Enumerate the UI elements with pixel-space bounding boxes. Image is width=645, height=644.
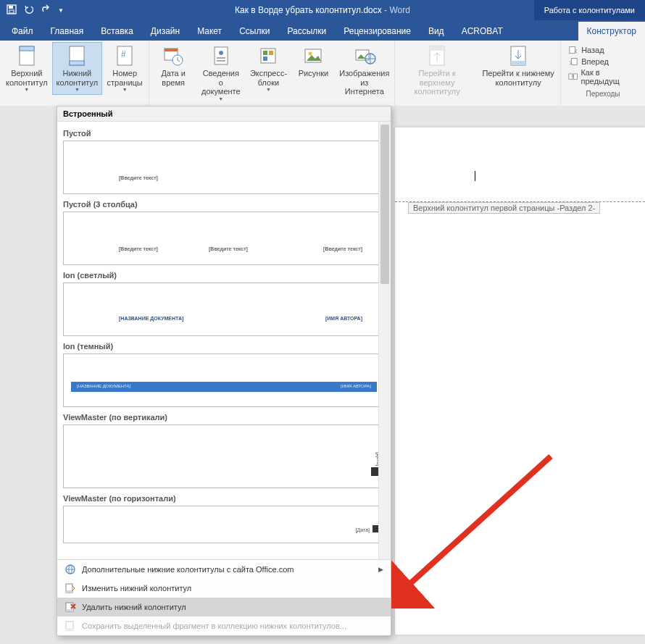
svg-rect-19 bbox=[263, 57, 267, 61]
save-icon[interactable] bbox=[6, 4, 17, 17]
quick-parts-button[interactable]: Экспресс- блоки▼ bbox=[246, 42, 291, 104]
gallery-item-blank-label: Пустой bbox=[63, 129, 385, 138]
svg-rect-2 bbox=[9, 10, 14, 13]
svg-rect-1 bbox=[9, 6, 13, 9]
gallery-section-header: Встроенный bbox=[57, 106, 391, 122]
tab-file[interactable]: Файл bbox=[3, 22, 42, 41]
gallery-item-ion-dark[interactable]: [НАЗВАНИЕ ДОКУМЕНТА] [ИМЯ АВТОРА] bbox=[63, 354, 385, 407]
nav-link-previous-button[interactable]: Как в предыдущ bbox=[568, 68, 638, 85]
title-bar: ▼ Как в Ворде убрать колонтитул.docx - W… bbox=[0, 0, 645, 20]
tab-home[interactable]: Главная bbox=[42, 22, 93, 41]
gallery-footer-menu: Дополнительные нижние колонтитулы с сайт… bbox=[57, 559, 391, 635]
scrollbar-thumb[interactable] bbox=[380, 125, 389, 284]
menu-edit-footer[interactable]: Изменить нижний колонтитул bbox=[57, 579, 391, 598]
svg-rect-10 bbox=[165, 49, 178, 51]
gallery-scrollbar[interactable] bbox=[378, 122, 391, 559]
gallery-item-ion-light[interactable]: [НАЗВАНИЕ ДОКУМЕНТА] [ИМЯ АВТОРА] bbox=[63, 283, 385, 336]
tab-acrobat[interactable]: ACROBAT bbox=[453, 22, 512, 41]
gallery-item-blank3[interactable]: [Введите текст] [Введите текст] [Введите… bbox=[63, 212, 385, 265]
header-section-tag: Верхний колонтитул первой страницы -Разд… bbox=[408, 202, 600, 214]
gallery-item-vm-v[interactable]: [Дата] 1 bbox=[63, 425, 385, 488]
gallery-item-blank3-label: Пустой (3 столбца) bbox=[63, 200, 385, 209]
svg-point-21 bbox=[309, 52, 312, 56]
svg-rect-6 bbox=[70, 61, 84, 65]
svg-point-13 bbox=[219, 51, 223, 55]
ribbon: Верхний колонтитул▼ Нижний колонтитул▼ #… bbox=[0, 41, 645, 106]
app-name: Word bbox=[389, 5, 409, 15]
menu-remove-footer[interactable]: Удалить нижний колонтитул bbox=[57, 598, 391, 616]
svg-rect-4 bbox=[20, 46, 34, 51]
tab-view[interactable]: Вид bbox=[420, 22, 453, 41]
svg-rect-25 bbox=[430, 46, 444, 51]
tab-insert[interactable]: Вставка bbox=[92, 22, 142, 41]
goto-header-button: Перейти к верхнему колонтитулу bbox=[396, 42, 478, 99]
svg-rect-12 bbox=[215, 47, 228, 64]
svg-rect-15 bbox=[217, 60, 225, 62]
nav-forward-button[interactable]: Вперед bbox=[568, 57, 638, 67]
gallery-item-vm-h-label: ViewMaster (по горизонтали) bbox=[63, 494, 385, 503]
date-time-button[interactable]: Дата и время bbox=[151, 42, 196, 104]
svg-rect-17 bbox=[263, 51, 267, 55]
tab-layout[interactable]: Макет bbox=[188, 22, 230, 41]
doc-info-button[interactable]: Сведения о документе▼ bbox=[196, 42, 246, 104]
svg-rect-27 bbox=[511, 61, 525, 65]
document-name: Как в Ворде убрать колонтитул.docx bbox=[235, 5, 382, 15]
tab-mailings[interactable]: Рассылки bbox=[278, 22, 335, 41]
svg-rect-36 bbox=[66, 609, 73, 611]
svg-rect-14 bbox=[217, 57, 225, 59]
gallery-item-blank[interactable]: [Введите текст] bbox=[63, 141, 385, 194]
tab-references[interactable]: Ссылки bbox=[230, 22, 278, 41]
tab-review[interactable]: Рецензирование bbox=[335, 22, 420, 41]
svg-rect-18 bbox=[269, 51, 273, 55]
contextual-tab-group: Работа с колонтитулами bbox=[534, 0, 645, 20]
submenu-arrow-icon: ▶ bbox=[378, 566, 383, 573]
gallery-item-vm-v-label: ViewMaster (по вертикали) bbox=[63, 413, 385, 422]
footer-button[interactable]: Нижний колонтитул▼ bbox=[52, 42, 103, 95]
page-number-button[interactable]: # Номер страницы▼ bbox=[102, 42, 147, 95]
menu-save-selection: Сохранить выделенный фрагмент в коллекци… bbox=[57, 616, 391, 635]
svg-rect-34 bbox=[66, 590, 72, 593]
footer-gallery-dropdown: Встроенный Пустой [Введите текст] Пустой… bbox=[57, 106, 391, 636]
text-cursor bbox=[475, 171, 475, 181]
pictures-button[interactable]: Рисунки bbox=[291, 42, 336, 104]
menu-more-from-office[interactable]: Дополнительные нижние колонтитулы с сайт… bbox=[57, 560, 391, 579]
nav-group-label: Переходы bbox=[586, 88, 620, 98]
svg-rect-38 bbox=[66, 628, 73, 630]
svg-text:#: # bbox=[121, 49, 126, 59]
redo-icon[interactable] bbox=[41, 4, 52, 17]
tab-designer[interactable]: Конструктор bbox=[578, 22, 645, 41]
nav-back-button[interactable]: Назад bbox=[568, 45, 638, 55]
header-button[interactable]: Верхний колонтитул▼ bbox=[1, 42, 52, 95]
gallery-item-vm-h[interactable]: [Дата] 1 bbox=[63, 506, 385, 543]
online-pictures-button[interactable]: Изображения из Интернета bbox=[336, 42, 393, 104]
gallery-item-ion-light-label: Ion (светлый) bbox=[63, 271, 385, 280]
tab-design[interactable]: Дизайн bbox=[142, 22, 188, 41]
page[interactable]: Верхний колонтитул первой страницы -Разд… bbox=[395, 127, 645, 635]
svg-rect-29 bbox=[572, 59, 578, 65]
qat-dropdown-icon[interactable]: ▼ bbox=[58, 7, 64, 14]
undo-icon[interactable] bbox=[23, 4, 35, 17]
ribbon-tabs: Файл Главная Вставка Дизайн Макет Ссылки… bbox=[0, 20, 645, 41]
goto-footer-button[interactable]: Перейти к нижнему колонтитулу bbox=[478, 42, 559, 99]
svg-rect-28 bbox=[570, 47, 575, 54]
gallery-item-ion-dark-label: Ion (темный) bbox=[63, 342, 385, 351]
